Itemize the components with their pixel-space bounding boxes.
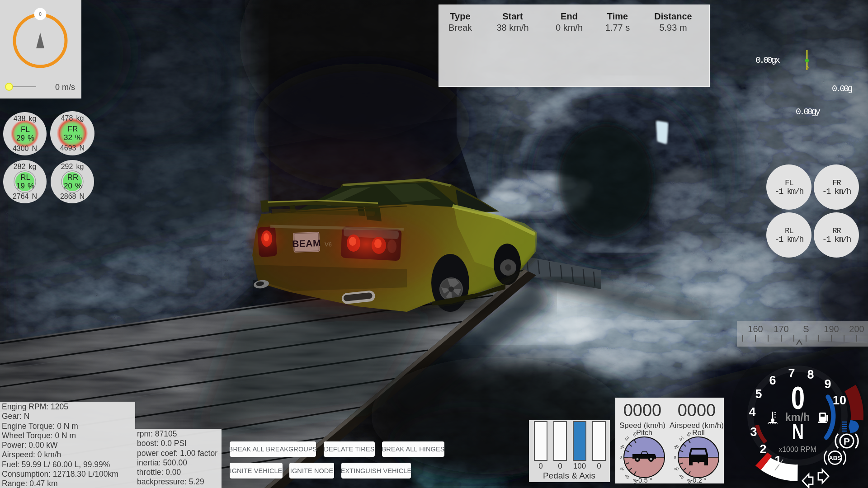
svg-text:0: 0 [597,462,601,470]
svg-text:100: 100 [573,462,586,470]
svg-text:478kg: 478kg [61,114,84,122]
svg-text:5: 5 [755,387,762,401]
svg-text:40: 40 [678,474,684,480]
svg-text:S: S [803,324,809,334]
svg-text:292kg: 292kg [61,163,84,170]
svg-text:0: 0 [674,455,676,460]
svg-text:2868N: 2868N [60,192,85,200]
svg-text:Pedals & Axis: Pedals & Axis [543,471,595,480]
svg-text:4: 4 [749,405,755,419]
svg-text:20: 20 [673,444,679,450]
svg-text:438kg: 438kg [14,115,37,122]
svg-text:x1000 RPM: x1000 RPM [778,446,816,453]
svg-text:RL: RL [20,173,30,182]
svg-text:40: 40 [624,474,630,480]
svg-text:40: 40 [624,436,630,442]
svg-text:Pitch: Pitch [636,429,652,436]
svg-text:3: 3 [750,425,757,439]
svg-text:20: 20 [619,465,625,471]
svg-text:0: 0 [791,380,805,415]
svg-text:0: 0 [558,462,562,470]
svg-text:0000: 0000 [678,401,716,420]
svg-text:40: 40 [678,436,684,442]
svg-text:1: 1 [774,454,781,467]
svg-text:10: 10 [833,394,846,407]
svg-text:9: 9 [824,377,831,391]
svg-text:Roll: Roll [692,429,705,436]
svg-text:0: 0 [619,455,622,460]
svg-text:ABS: ABS [829,455,841,461]
svg-text:0000: 0000 [623,401,662,420]
svg-text:160: 160 [748,324,763,334]
svg-text:190: 190 [824,324,839,334]
svg-text:FL: FL [21,125,30,134]
svg-text:4693N: 4693N [60,144,85,152]
svg-text:FR: FR [68,125,78,133]
svg-text:8: 8 [807,368,814,381]
svg-text:2764N: 2764N [13,192,37,200]
svg-text:170: 170 [774,324,788,334]
svg-text:P: P [844,436,850,446]
svg-text:N: N [792,420,804,444]
svg-text:20: 20 [673,465,679,471]
svg-text:6: 6 [769,374,776,387]
svg-text:20: 20 [619,444,625,450]
svg-text:200: 200 [849,324,864,334]
svg-text:4300N: 4300N [13,145,37,152]
svg-text:0: 0 [538,462,542,470]
svg-text:282kg: 282kg [14,163,37,170]
svg-text:RR: RR [67,173,79,182]
svg-text:2: 2 [760,442,766,456]
svg-text:7: 7 [788,366,795,380]
svg-text:0 m/s: 0 m/s [55,83,75,92]
svg-text:0: 0 [39,12,42,17]
svg-text:60: 60 [686,431,692,437]
